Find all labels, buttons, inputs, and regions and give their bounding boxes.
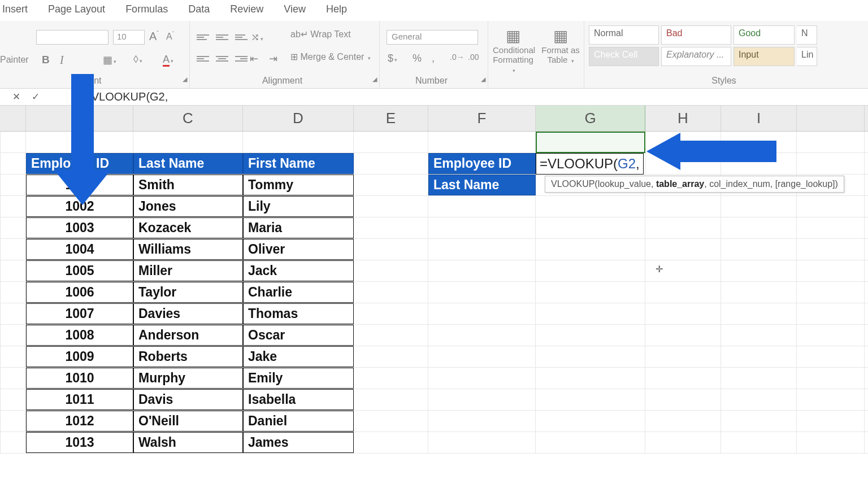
table-row[interactable]: Oliver [243, 239, 354, 260]
menu-review[interactable]: Review [230, 3, 263, 15]
align-bottom-icon[interactable] [235, 31, 248, 43]
style-explanatory[interactable]: Explanatory ... [661, 47, 731, 66]
conditional-formatting-button[interactable]: ▦Conditional Formatting ▾ [493, 27, 533, 74]
format-as-table-button[interactable]: ▦Format as Table ▾ [540, 27, 581, 64]
menu-page-layout[interactable]: Page Layout [48, 3, 105, 15]
table-row[interactable]: 1004 [26, 239, 133, 260]
table-row[interactable]: Walsh [133, 432, 243, 453]
table-row[interactable]: James [243, 432, 354, 453]
style-normal[interactable]: Normal [589, 25, 659, 45]
align-top-icon[interactable] [197, 31, 209, 43]
style-neutral[interactable]: N [797, 25, 817, 45]
style-linked[interactable]: Lin [797, 47, 817, 66]
menu-insert[interactable]: Insert [2, 3, 28, 15]
table-row[interactable]: Jones [133, 196, 243, 217]
align-right-icon[interactable] [235, 53, 248, 65]
lookup-label-lastname[interactable]: Last Name [428, 175, 536, 195]
fill-color-icon[interactable]: ◊▾ [133, 54, 142, 66]
menu-view[interactable]: View [284, 3, 306, 15]
col-head-d[interactable]: D [243, 106, 354, 131]
alignment-dialog-launcher[interactable]: ◢ [370, 76, 379, 85]
number-dialog-launcher[interactable]: ◢ [479, 76, 488, 85]
table-row[interactable]: Roberts [133, 346, 243, 367]
table-row[interactable]: 1012 [26, 411, 133, 432]
align-left-icon[interactable] [197, 53, 209, 65]
table-row[interactable]: Jake [243, 346, 354, 367]
col-head-j[interactable] [797, 106, 865, 131]
font-dialog-launcher[interactable]: ◢ [180, 76, 189, 85]
merge-center-button[interactable]: ⊞ Merge & Center ▾ [290, 51, 371, 62]
table-row[interactable]: Anderson [133, 325, 243, 346]
decrease-decimal-icon[interactable]: .00 [468, 53, 479, 62]
table-row[interactable]: 1009 [26, 346, 133, 367]
table-row[interactable]: Emily [243, 368, 354, 389]
wrap-text-button[interactable]: ab↵ Wrap Text [290, 29, 351, 40]
style-input[interactable]: Input [734, 47, 795, 66]
align-middle-icon[interactable] [216, 31, 228, 43]
table-row[interactable]: 1007 [26, 303, 133, 324]
active-cell-g2[interactable] [536, 132, 645, 153]
decrease-font-icon[interactable]: Aˇ [166, 31, 174, 42]
table-row[interactable]: Jack [243, 260, 354, 281]
col-head-g[interactable]: G [536, 106, 645, 131]
table-row[interactable]: Tommy [243, 175, 354, 195]
style-check-cell[interactable]: Check Cell [589, 47, 659, 66]
decrease-indent-icon[interactable]: ⇤ [250, 53, 258, 65]
bold-button[interactable]: B [42, 54, 50, 66]
borders-icon[interactable]: ▦▾ [103, 54, 116, 66]
increase-font-icon[interactable]: Aˆ [149, 30, 159, 43]
col-head-i[interactable]: I [721, 106, 797, 131]
increase-decimal-icon[interactable]: .0→ [450, 53, 465, 62]
align-center-icon[interactable] [216, 53, 228, 65]
table-row[interactable]: Taylor [133, 282, 243, 303]
table-row[interactable]: 1006 [26, 282, 133, 303]
menu-help[interactable]: Help [326, 3, 347, 15]
table-row[interactable]: Kozacek [133, 217, 243, 238]
cell-g3-formula[interactable]: =VLOOKUP(G2, [536, 153, 644, 175]
col-head-c[interactable]: C [133, 106, 243, 131]
table-row[interactable]: Davies [133, 303, 243, 324]
menu-data[interactable]: Data [188, 3, 210, 15]
table-row[interactable]: 1011 [26, 389, 133, 410]
lookup-label-id[interactable]: Employee ID [428, 153, 536, 174]
table-row[interactable]: Davis [133, 389, 243, 410]
currency-icon[interactable]: $▾ [388, 53, 397, 64]
comma-icon[interactable]: , [432, 53, 435, 64]
percent-icon[interactable]: % [413, 53, 422, 64]
table-row[interactable]: 1005 [26, 260, 133, 281]
table-row[interactable]: O'Neill [133, 411, 243, 432]
table-row[interactable]: Daniel [243, 411, 354, 432]
table-row[interactable]: Williams [133, 239, 243, 260]
orientation-icon[interactable]: ⤭▾ [251, 31, 263, 43]
table-row[interactable]: Maria [243, 217, 354, 238]
col-head-h[interactable]: H [645, 106, 721, 131]
spreadsheet-grid[interactable]: =VLOOKUP(G2, VLOOKUP(lookup_value, table… [0, 132, 868, 488]
table-row[interactable]: 1003 [26, 217, 133, 238]
table-row[interactable]: Isabella [243, 389, 354, 410]
table-row[interactable]: Lily [243, 196, 354, 217]
th-first-name[interactable]: First Name [243, 153, 354, 174]
table-row[interactable]: Miller [133, 260, 243, 281]
th-last-name[interactable]: Last Name [133, 153, 243, 174]
table-row[interactable]: 1008 [26, 325, 133, 346]
style-good[interactable]: Good [734, 25, 795, 45]
font-color-icon[interactable]: A▾ [163, 54, 173, 66]
style-bad[interactable]: Bad [661, 25, 731, 45]
italic-button[interactable]: I [60, 54, 64, 67]
font-size-combo[interactable]: 10 [113, 30, 145, 45]
table-row[interactable]: Smith [133, 175, 243, 195]
menu-formulas[interactable]: Formulas [125, 3, 168, 15]
table-row[interactable]: 1010 [26, 368, 133, 389]
number-format-combo[interactable]: General [387, 30, 478, 45]
table-row[interactable]: Murphy [133, 368, 243, 389]
col-head-f[interactable]: F [428, 106, 536, 131]
accept-formula-button[interactable]: ✓ [26, 91, 45, 103]
cancel-formula-button[interactable]: ✕ [7, 91, 26, 103]
table-row[interactable]: Charlie [243, 282, 354, 303]
col-head-blank[interactable] [0, 106, 26, 131]
font-name-combo[interactable] [36, 30, 108, 45]
col-head-e[interactable]: E [354, 106, 428, 131]
table-row[interactable]: Oscar [243, 325, 354, 346]
table-row[interactable]: 1013 [26, 432, 133, 453]
table-row[interactable]: Thomas [243, 303, 354, 324]
